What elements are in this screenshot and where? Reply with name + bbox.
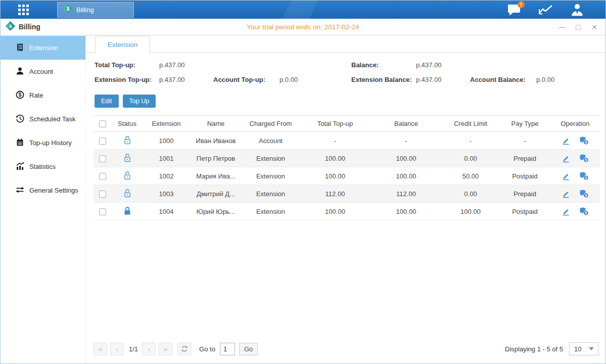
first-page-button[interactable]: « [94, 343, 107, 355]
top-up-row-icon[interactable]: $ [579, 207, 589, 216]
svg-text:$: $ [19, 92, 22, 98]
svg-text:$: $ [585, 141, 587, 145]
sidebar-item-rate[interactable]: $ Rate [1, 83, 85, 107]
extension-table: Status Extension Name Charged From Total… [94, 115, 598, 220]
account-topup: Account Top-up: p.0.00 [213, 76, 351, 83]
page-size-select[interactable]: 10 [569, 342, 598, 355]
app-grid-icon[interactable] [18, 5, 35, 15]
goto-label: Go to [199, 345, 215, 353]
row-checkbox[interactable] [99, 208, 106, 215]
table-row[interactable]: 1003 Дмитрий Д... Extension 112.00 112.0… [94, 185, 600, 203]
edit-row-icon[interactable] [562, 172, 570, 180]
sidebar-item-label: Account [29, 68, 53, 75]
sidebar-item-extension[interactable]: Extension [1, 36, 85, 60]
sidebar-item-label: Statistics [29, 163, 56, 170]
last-page-button[interactable]: » [159, 343, 172, 355]
row-checkbox[interactable] [99, 155, 106, 162]
taskbar-tab-billing[interactable]: $ Billing [57, 2, 134, 18]
account-icon [16, 67, 24, 77]
sidebar-item-account[interactable]: Account [1, 60, 85, 83]
sidebar-item-label: General Settings [29, 187, 78, 194]
col-name: Name [190, 116, 242, 132]
maximize-icon[interactable]: □ [574, 23, 582, 31]
col-credit-limit: Credit Limit [442, 116, 499, 132]
notification-badge: ! [518, 1, 525, 8]
sidebar-item-label: Rate [29, 92, 43, 99]
close-icon[interactable]: ✕ [590, 24, 598, 31]
svg-text:$: $ [585, 158, 587, 162]
edit-row-icon[interactable] [562, 207, 570, 216]
col-charged-from: Charged From [242, 116, 300, 132]
main-panel: Extension Total Top-up: p.437.00 Balance… [85, 36, 605, 364]
refresh-icon [181, 345, 188, 352]
trial-message: Your trial period ends on: 2017-02-24 [1, 23, 605, 31]
row-checkbox[interactable] [99, 138, 106, 145]
sidebar: Extension Account $ Rate [1, 36, 85, 364]
window-title-bar: Your trial period ends on: 2017-02-24 $ … [1, 19, 605, 35]
sidebar-item-statistics[interactable]: Statistics [1, 155, 85, 178]
tab-extension[interactable]: Extension [95, 36, 150, 53]
col-balance: Balance [370, 116, 442, 132]
col-extension: Extension [143, 116, 190, 132]
top-up-row-icon[interactable]: $ [579, 189, 589, 198]
sidebar-item-label: Extension [29, 44, 58, 52]
status-unlocked-icon [112, 150, 143, 167]
extension-topup: Extension Top-up: p.437.00 [95, 76, 213, 83]
table-row[interactable]: 1002 Мария Ива... Extension 100.00 100.0… [94, 167, 600, 185]
scheduled-task-icon [16, 114, 24, 124]
topup-history-icon [16, 138, 24, 148]
sidebar-item-scheduled-task[interactable]: Scheduled Task [1, 107, 85, 131]
statistics-chart-icon[interactable] [538, 2, 554, 17]
select-all-checkbox[interactable] [99, 120, 106, 127]
extension-icon [16, 43, 24, 53]
balance-summary: Total Top-up: p.437.00 Balance: p.437.00… [86, 53, 605, 90]
col-total-topup: Total Top-up [300, 116, 370, 132]
rate-icon: $ [16, 90, 24, 101]
svg-text:$: $ [585, 211, 587, 215]
statistics-icon [16, 162, 24, 172]
sidebar-item-label: Top-up History [29, 139, 72, 147]
svg-text:$: $ [585, 176, 587, 180]
displaying-status: Displaying 1 - 5 of 5 [505, 345, 563, 353]
account-balance: Account Balance: p.0.00 [470, 76, 589, 83]
page-indicator: 1/1 [129, 345, 138, 353]
tab-strip: Extension [86, 36, 605, 53]
top-up-button[interactable]: Top Up [123, 95, 156, 108]
table-row[interactable]: 1004 Юрий Юрь... Extension 100.00 100.00… [94, 203, 600, 220]
row-checkbox[interactable] [99, 173, 106, 180]
col-pay-type: Pay Type [499, 116, 550, 132]
top-bar: $ Billing ! [1, 1, 605, 19]
refresh-button[interactable] [177, 343, 191, 355]
taskbar-tab-label: Billing [76, 6, 94, 14]
row-checkbox[interactable] [99, 191, 106, 198]
edit-button[interactable]: Edit [95, 95, 119, 108]
top-up-row-icon[interactable]: $ [579, 154, 589, 163]
goto-page-input[interactable] [220, 343, 235, 355]
top-up-row-icon[interactable]: $ [579, 136, 589, 145]
pagination-bar: « ‹ 1/1 › » Go to Go Displaying [86, 339, 605, 364]
balance: Balance: p.437.00 [351, 61, 470, 69]
messages-icon[interactable]: ! [506, 2, 523, 17]
sidebar-item-general-settings[interactable]: General Settings [1, 178, 85, 202]
status-unlocked-icon [112, 185, 143, 203]
status-unlocked-icon [112, 167, 143, 185]
table-row[interactable]: 1001 Петр Петров Extension 100.00 100.00… [94, 150, 600, 167]
sidebar-item-label: Scheduled Task [29, 115, 76, 123]
table-row[interactable]: 1000 Иван Иванов Account - - - - $ [94, 132, 600, 150]
svg-text:$: $ [67, 6, 70, 12]
status-locked-icon [112, 203, 143, 220]
sidebar-item-topup-history[interactable]: Top-up History [1, 131, 85, 155]
col-status: Status [112, 116, 143, 132]
edit-row-icon[interactable] [562, 136, 570, 145]
top-up-row-icon[interactable]: $ [579, 171, 589, 180]
go-button[interactable]: Go [239, 343, 258, 355]
general-settings-icon [16, 186, 24, 196]
prev-page-button[interactable]: ‹ [110, 343, 124, 355]
edit-row-icon[interactable] [562, 190, 570, 198]
user-account-icon[interactable] [569, 2, 585, 17]
minimize-icon[interactable]: — [558, 24, 566, 30]
billing-diamond-icon: $ [64, 5, 72, 15]
next-page-button[interactable]: › [142, 343, 156, 355]
svg-text:$: $ [585, 194, 587, 198]
edit-row-icon[interactable] [562, 154, 570, 163]
